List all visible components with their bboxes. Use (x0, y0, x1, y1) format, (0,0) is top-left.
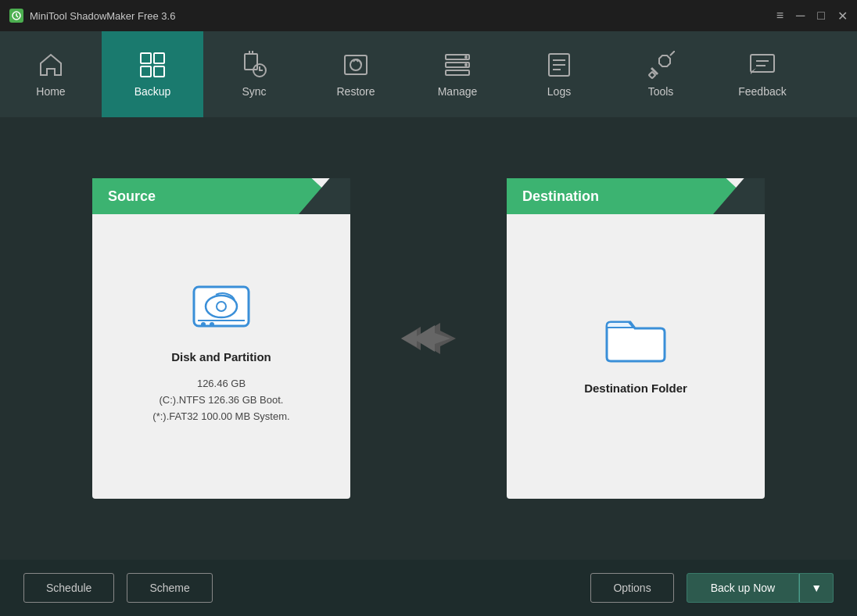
minimize-button[interactable]: ─ (796, 9, 805, 23)
destination-header-label: Destination (522, 188, 599, 205)
window-controls[interactable]: ≡ ─ □ ✕ (776, 9, 848, 23)
feedback-icon (748, 51, 776, 79)
svg-rect-2 (154, 53, 164, 63)
title-bar-left: MiniTool ShadowMaker Free 3.6 (9, 9, 175, 23)
nav-item-backup[interactable]: Backup (102, 31, 203, 117)
svg-point-12 (464, 56, 468, 59)
app-title: MiniTool ShadowMaker Free 3.6 (30, 10, 175, 22)
nav-label-feedback: Feedback (738, 85, 786, 98)
bottom-left-buttons: Schedule Scheme (23, 573, 213, 603)
nav-item-feedback[interactable]: Feedback (712, 31, 813, 117)
svg-point-13 (464, 63, 468, 66)
nav-label-manage: Manage (438, 85, 478, 98)
manage-icon (443, 51, 472, 79)
svg-rect-5 (245, 54, 257, 70)
nav-label-sync: Sync (242, 85, 266, 98)
svg-rect-21 (751, 55, 774, 72)
nav-item-home[interactable]: Home (0, 31, 102, 117)
source-header: Source (92, 178, 350, 214)
source-title: Disk and Partition (171, 350, 271, 364)
maximize-button[interactable]: □ (817, 9, 825, 23)
restore-icon (342, 51, 370, 79)
source-icon-area: Disk and Partition 126.46 GB (C:).NTFS 1… (152, 275, 289, 424)
destination-header: Destination (507, 178, 765, 214)
backup-now-button[interactable]: Back up Now (687, 573, 799, 603)
close-button[interactable]: ✕ (837, 9, 848, 23)
main-content: Source Disk and Partition 126.46 GB (C:)… (0, 117, 857, 560)
nav-item-restore[interactable]: Restore (305, 31, 407, 117)
svg-rect-3 (141, 66, 151, 77)
nav-item-logs[interactable]: Logs (508, 31, 610, 117)
title-bar: MiniTool ShadowMaker Free 3.6 ≡ ─ □ ✕ (0, 0, 857, 31)
logs-icon (545, 51, 573, 79)
svg-rect-1 (141, 53, 151, 63)
svg-rect-11 (446, 70, 469, 75)
destination-card[interactable]: Destination Destination Folder (507, 178, 765, 499)
source-detail1: (C:).NTFS 126.36 GB Boot. (152, 392, 289, 409)
backup-now-dropdown-button[interactable]: ▼ (799, 573, 834, 603)
tools-icon (647, 51, 675, 79)
nav-label-home: Home (36, 85, 65, 98)
disk-icon (186, 275, 256, 338)
nav-item-sync[interactable]: Sync (203, 31, 305, 117)
source-header-label: Source (108, 188, 156, 205)
nav-label-backup: Backup (134, 85, 171, 98)
destination-title: Destination Folder (584, 381, 687, 395)
sync-icon (240, 51, 268, 79)
svg-point-29 (210, 322, 214, 327)
bottom-bar: Schedule Scheme Options Back up Now ▼ (0, 560, 857, 616)
forward-arrow-icon (397, 319, 460, 358)
options-button[interactable]: Options (590, 573, 673, 603)
home-icon (37, 51, 65, 79)
scheme-button[interactable]: Scheme (127, 573, 212, 603)
svg-rect-4 (154, 66, 164, 77)
source-card[interactable]: Source Disk and Partition 126.46 GB (C:)… (92, 178, 350, 499)
app-icon (9, 9, 23, 23)
backup-icon (138, 51, 167, 79)
nav-bar: Home Backup Sync Restore (0, 31, 857, 117)
nav-label-tools: Tools (648, 85, 674, 98)
svg-point-28 (201, 322, 206, 327)
svg-rect-7 (345, 56, 367, 74)
arrow-section (397, 319, 460, 358)
destination-icon-area: Destination Folder (584, 306, 687, 395)
menu-button[interactable]: ≡ (776, 9, 783, 23)
nav-label-logs: Logs (547, 85, 571, 98)
nav-label-restore: Restore (336, 85, 375, 98)
source-size: 126.46 GB (152, 376, 289, 392)
source-detail2: (*:).FAT32 100.00 MB System. (152, 409, 289, 425)
schedule-button[interactable]: Schedule (23, 573, 114, 603)
folder-icon (601, 306, 671, 369)
svg-line-18 (670, 51, 675, 56)
nav-item-manage[interactable]: Manage (407, 31, 508, 117)
nav-item-tools[interactable]: Tools (610, 31, 712, 117)
bottom-right-buttons: Options Back up Now ▼ (590, 573, 834, 603)
